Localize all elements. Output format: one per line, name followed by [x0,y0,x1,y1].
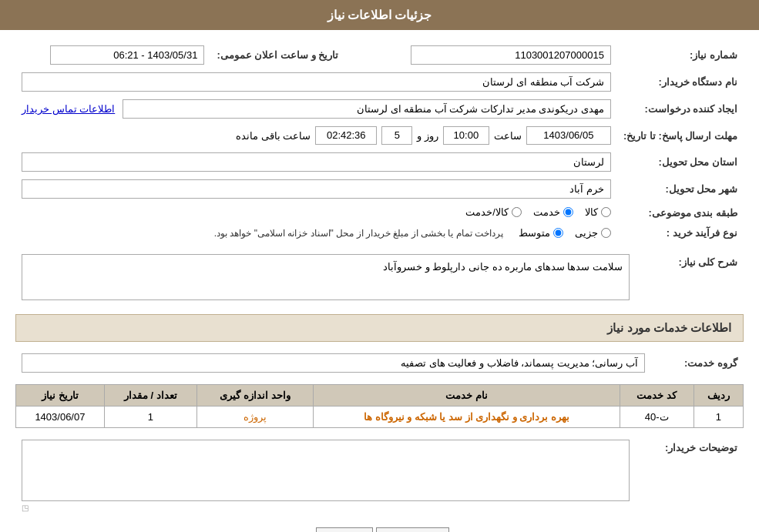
category-service-label: خدمت [533,206,560,218]
need-number-input: 1103001207000015 [411,45,611,65]
need-number-value: 1103001207000015 [515,49,604,61]
response-date-input: 1403/06/05 [526,126,611,145]
category-option-both[interactable]: کالا/خدمت [465,206,522,218]
content-area: شماره نیاز: 1103001207000015 تاریخ و ساع… [0,30,759,532]
province-value-cell: لرستان [15,149,617,176]
page-container: جزئیات اطلاعات نیاز شماره نیاز: 11030012… [0,0,759,532]
service-table-header-row: ردیف کد خدمت نام خدمت واحد اندازه گیری ت… [16,385,744,407]
need-number-value-cell: 1103001207000015 [368,42,617,69]
announce-date-value: 1403/05/31 - 06:21 [113,49,197,61]
remaining-time-input: 02:42:36 [315,126,377,145]
cell-service-code: ت-40 [620,407,694,428]
buyer-notes-textarea[interactable] [22,440,630,501]
announce-date-cell: 1403/05/31 - 06:21 [15,42,210,69]
buttons-row: بازگشت چاپ [15,527,744,532]
province-label: استان محل تحویل: [617,149,744,176]
service-table-header: ردیف کد خدمت نام خدمت واحد اندازه گیری ت… [16,385,744,407]
col-row-num: ردیف [694,385,743,407]
cell-date: 1403/06/07 [16,407,105,428]
remaining-time-value: 02:42:36 [327,129,366,141]
service-items-table: ردیف کد خدمت نام خدمت واحد اندازه گیری ت… [15,384,744,428]
cell-row-num: 1 [694,407,743,428]
purchase-type-row: نوع فرآیند خرید : جزیی متوسط [15,223,744,243]
services-section-title: اطلاعات خدمات مورد نیاز [607,321,731,334]
description-row: شرح کلی نیاز: [15,250,744,306]
response-days-input: 5 [381,126,412,145]
description-table: شرح کلی نیاز: [15,250,744,306]
response-deadline-row: مهلت ارسال پاسخ: تا تاریخ: 1403/06/05 سا… [15,122,744,149]
purchase-type-medium-label: متوسط [519,227,550,239]
resize-icon: ◳ [22,504,29,512]
purchase-type-partial-label: جزیی [575,227,598,239]
purchase-type-medium[interactable]: متوسط [519,227,563,239]
creator-input: مهدی دریکوندی مدیر تدارکات شرکت آب منطقه… [123,99,611,119]
response-date-value: 1403/06/05 [543,129,593,141]
announce-date-label: تاریخ و ساعت اعلان عمومی: [210,42,344,69]
category-radio-service[interactable] [563,207,573,217]
description-textarea[interactable] [22,254,630,300]
category-label: طبقه بندی موضوعی: [617,202,744,223]
purchase-type-partial[interactable]: جزیی [575,227,611,239]
service-group-table: گروه خدمت: آب رسانی؛ مدیریت پسماند، فاضل… [15,350,744,376]
category-option-goods[interactable]: کالا [585,206,611,218]
purchase-type-radio-group: جزیی متوسط [519,227,611,239]
city-value: خرم آباد [569,183,604,195]
response-deadline-label: مهلت ارسال پاسخ: تا تاریخ: [617,122,744,149]
purchase-type-label: نوع فرآیند خرید : [617,223,744,243]
category-option-service[interactable]: خدمت [533,206,573,218]
creator-value: مهدی دریکوندی مدیر تدارکات شرکت آب منطقه… [357,103,604,115]
city-row: شهر محل تحویل: خرم آباد [15,176,744,202]
main-info-table: شماره نیاز: 1103001207000015 تاریخ و ساع… [15,42,744,243]
category-radio-goods[interactable] [601,207,611,217]
back-button[interactable]: بازگشت [376,527,449,532]
category-radio-group: کالا خدمت کالا/خدمت [465,206,611,218]
category-radio-both[interactable] [512,207,522,217]
response-days-value: 5 [395,129,400,141]
need-number-label: شماره نیاز: [617,42,744,69]
service-group-row: گروه خدمت: آب رسانی؛ مدیریت پسماند، فاضل… [15,350,744,376]
buyer-org-input: شرکت آب منطقه ای لرستان [22,72,611,92]
service-group-value: آب رسانی؛ مدیریت پسماند، فاضلاب و فعالیت… [401,357,638,369]
services-section-header: اطلاعات خدمات مورد نیاز [15,314,744,342]
service-table-body: 1 ت-40 بهره برداری و نگهداری از سد یا شب… [16,407,744,428]
category-value-cell: کالا خدمت کالا/خدمت [15,202,617,223]
buyer-notes-table: توضیحات خریدار: ◳ [15,436,744,516]
city-label: شهر محل تحویل: [617,176,744,202]
service-group-input: آب رسانی؛ مدیریت پسماند، فاضلاب و فعالیت… [22,353,645,373]
province-value: لرستان [573,156,604,168]
buyer-org-value-cell: شرکت آب منطقه ای لرستان [15,69,617,95]
category-row: طبقه بندی موضوعی: کالا خدمت [15,202,744,223]
buyer-notes-value-cell: ◳ [15,436,636,516]
creator-contact-link[interactable]: اطلاعات تماس خریدار [22,103,115,115]
col-quantity: تعداد / مقدار [104,385,196,407]
table-row: 1 ت-40 بهره برداری و نگهداری از سد یا شب… [16,407,744,428]
description-value-cell [15,250,636,306]
response-time-input: 10:00 [443,126,489,145]
creator-value-cell: مهدی دریکوندی مدیر تدارکات شرکت آب منطقه… [15,95,617,122]
response-time-label: ساعت [494,130,522,142]
page-header: جزئیات اطلاعات نیاز [0,0,759,30]
buyer-org-row: نام دستگاه خریدار: شرکت آب منطقه ای لرست… [15,69,744,95]
purchase-type-cell: جزیی متوسط پرداخت تمام یا بخشی از مبلغ خ… [15,223,617,243]
col-service-name: نام خدمت [314,385,620,407]
province-row: استان محل تحویل: لرستان [15,149,744,176]
city-value-cell: خرم آباد [15,176,617,202]
days-label: روز و [417,130,438,142]
buyer-notes-label: توضیحات خریدار: [636,436,744,516]
service-group-label: گروه خدمت: [651,350,744,376]
print-button[interactable]: چاپ [316,527,373,532]
purchase-type-medium-radio[interactable] [553,228,563,238]
purchase-type-partial-radio[interactable] [601,228,611,238]
service-group-value-cell: آب رسانی؛ مدیریت پسماند، فاضلاب و فعالیت… [15,350,651,376]
cell-quantity: 1 [104,407,196,428]
buyer-notes-row: توضیحات خریدار: ◳ [15,436,744,516]
col-service-code: کد خدمت [620,385,694,407]
buyer-org-value: شرکت آب منطقه ای لرستان [482,76,603,88]
category-goods-label: کالا [585,206,598,218]
response-deadline-cell: 1403/06/05 ساعت 10:00 روز و 5 02:42:36 [15,122,617,149]
need-number-row: شماره نیاز: 1103001207000015 تاریخ و ساع… [15,42,744,69]
cell-unit: پروژه [196,407,313,428]
creator-label: ایجاد کننده درخواست: [617,95,744,122]
remaining-label: ساعت باقی مانده [236,130,311,142]
buyer-org-label: نام دستگاه خریدار: [617,69,744,95]
